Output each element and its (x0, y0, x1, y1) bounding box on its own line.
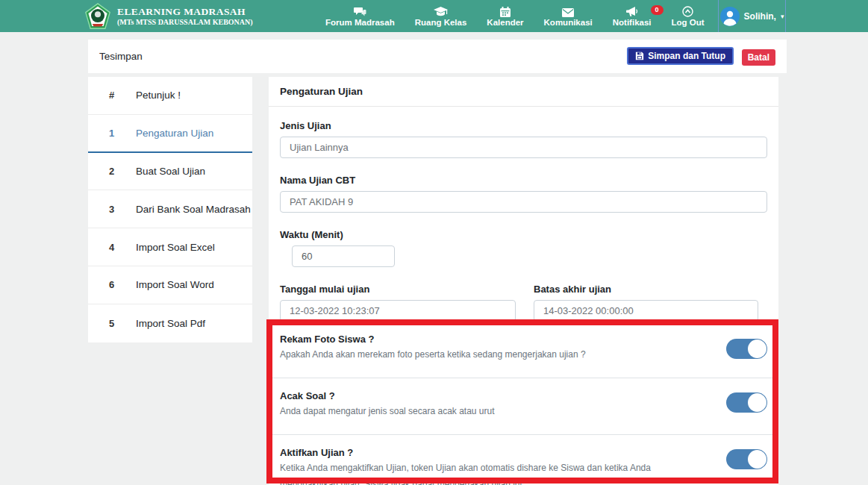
nama-ujian-label: Nama Ujian CBT (280, 175, 767, 186)
save-button[interactable]: Simpan dan Tutup (627, 47, 734, 65)
step-number: 4 (109, 242, 116, 253)
step-number: 3 (109, 204, 116, 215)
save-button-label: Simpan dan Tutup (648, 51, 725, 61)
rekam-foto-description: Apakah Anda akan merekam foto peserta ke… (280, 346, 698, 363)
acak-soal-title: Acak Soal ? (280, 390, 767, 401)
nav-kalender[interactable]: Kalender (487, 6, 523, 27)
rekam-foto-toggle[interactable] (726, 339, 767, 359)
nama-ujian-input[interactable] (280, 191, 767, 213)
toggle-knob (748, 393, 766, 412)
megaphone-icon (626, 6, 638, 17)
batas-akhir-label: Batas akhir ujian (534, 284, 758, 295)
field-waktu: Waktu (Menit) (280, 229, 767, 267)
toggle-row-aktifkan-ujian: Aktifkan Ujian ? Ketika Anda mengaktifka… (269, 435, 778, 485)
step-number: 1 (109, 128, 116, 139)
step-label: Pengaturan Ujian (136, 128, 213, 139)
graduation-cap-icon (434, 6, 448, 17)
tanggal-mulai-input[interactable] (280, 300, 516, 322)
aktifkan-ujian-toggle[interactable] (726, 449, 767, 469)
exam-settings-panel: Pengaturan Ujian Jenis Ujian Nama Ujian … (269, 77, 778, 485)
field-batas-akhir: Batas akhir ujian (534, 284, 758, 322)
waktu-label: Waktu (Menit) (280, 229, 767, 240)
mail-icon (562, 6, 574, 17)
step-label: Import Soal Pdf (136, 318, 205, 329)
step-label: Petunjuk ! (136, 90, 181, 101)
nav-forum-madrasah[interactable]: Forum Madrasah (325, 6, 395, 27)
brand-subtitle: (MTs MTSS DARUSSALAM KEBONAN) (117, 18, 253, 27)
chevron-down-icon: ▾ (781, 13, 784, 20)
sidebar-item-import-soal-word[interactable]: 6 Import Soal Word (88, 266, 252, 304)
chat-icon (354, 6, 366, 17)
notification-badge: 0 (651, 5, 664, 15)
nav-label: Kalender (487, 18, 523, 27)
tanggal-mulai-label: Tanggal mulai ujian (280, 284, 516, 295)
field-nama-ujian: Nama Ujian CBT (280, 175, 767, 213)
field-tanggal-mulai: Tanggal mulai ujian (280, 284, 516, 322)
sidebar-item-import-soal-pdf[interactable]: 5 Import Soal Pdf (88, 304, 252, 342)
waktu-input[interactable] (292, 245, 395, 267)
sidebar-item-buat-soal-ujian[interactable]: 2 Buat Soal Ujian (88, 153, 252, 191)
toolbar-buttons: Simpan dan Tutup Batal (627, 47, 775, 66)
nav-komunikasi[interactable]: Komunikasi (544, 6, 593, 27)
nav-ruang-kelas[interactable]: Ruang Kelas (415, 6, 467, 27)
jenis-ujian-label: Jenis Ujian (280, 120, 767, 131)
panel-body: Jenis Ujian Nama Ujian CBT Waktu (Menit)… (269, 107, 778, 485)
calendar-icon (500, 6, 511, 17)
step-number: # (109, 90, 116, 101)
nav-menu: Forum Madrasah Ruang Kelas Kalender Komu… (325, 0, 705, 32)
user-name: Solihin, (744, 11, 776, 22)
toolbar-title: Tesimpan (99, 51, 143, 62)
step-label: Import Soal Excel (136, 242, 215, 253)
date-row: Tanggal mulai ujian Batas akhir ujian (280, 284, 767, 322)
madrasah-logo-icon (84, 3, 111, 30)
step-number: 6 (109, 279, 116, 290)
step-label: Buat Soal Ujian (136, 166, 205, 177)
cancel-button-label: Batal (748, 52, 769, 63)
field-jenis-ujian: Jenis Ujian (280, 120, 767, 158)
step-label: Import Soal Word (136, 279, 214, 290)
brand: ELEARNING MADRASAH (MTs MTSS DARUSSALAM … (84, 0, 253, 32)
toolbar: Tesimpan Simpan dan Tutup Batal (88, 40, 787, 73)
steps-sidebar: # Petunjuk ! 1 Pengaturan Ujian 2 Buat S… (88, 77, 252, 342)
toggle-row-acak-soal: Acak Soal ? Anda dapat mengatur jenis so… (269, 378, 778, 435)
sidebar-item-import-soal-excel[interactable]: 4 Import Soal Excel (88, 228, 252, 266)
sidebar-item-petunjuk[interactable]: # Petunjuk ! (88, 77, 252, 115)
step-label: Dari Bank Soal Madrasah (136, 204, 251, 215)
user-menu[interactable]: Solihin, ▾ (718, 0, 786, 32)
acak-soal-toggle[interactable] (726, 392, 767, 413)
step-number: 2 (109, 166, 116, 177)
top-navbar: ELEARNING MADRASAH (MTs MTSS DARUSSALAM … (0, 0, 868, 32)
toggle-knob (748, 340, 766, 358)
sidebar-item-dari-bank-soal[interactable]: 3 Dari Bank Soal Madrasah (88, 190, 252, 228)
nav-log-out[interactable]: Log Out (672, 6, 705, 27)
logout-icon (682, 6, 693, 17)
nav-label: Ruang Kelas (415, 18, 467, 27)
step-number: 5 (109, 318, 116, 329)
save-icon (635, 51, 644, 60)
nav-label: Log Out (672, 18, 705, 27)
aktifkan-ujian-description: Ketika Anda mengaktifkan Ujian, token Uj… (280, 460, 698, 485)
aktifkan-ujian-title: Aktifkan Ujian ? (280, 447, 767, 458)
toggle-knob (748, 450, 766, 469)
brand-title: ELEARNING MADRASAH (117, 6, 253, 18)
rekam-foto-title: Rekam Foto Siswa ? (280, 334, 767, 345)
nav-label: Komunikasi (544, 18, 593, 27)
panel-title: Pengaturan Ujian (269, 77, 778, 107)
acak-soal-description: Anda dapat mengatur jenis soal secara ac… (280, 403, 698, 419)
brand-text: ELEARNING MADRASAH (MTs MTSS DARUSSALAM … (117, 6, 253, 26)
sidebar-item-pengaturan-ujian[interactable]: 1 Pengaturan Ujian (88, 115, 252, 153)
nav-notifikasi[interactable]: Notifikasi 0 (613, 6, 652, 27)
avatar (720, 7, 740, 26)
jenis-ujian-input[interactable] (280, 137, 767, 158)
nav-label: Notifikasi (613, 18, 652, 27)
cancel-button[interactable]: Batal (742, 49, 775, 66)
toggle-row-rekam-foto: Rekam Foto Siswa ? Apakah Anda akan mere… (269, 325, 778, 378)
nav-label: Forum Madrasah (325, 18, 395, 27)
batas-akhir-input[interactable] (534, 300, 758, 322)
